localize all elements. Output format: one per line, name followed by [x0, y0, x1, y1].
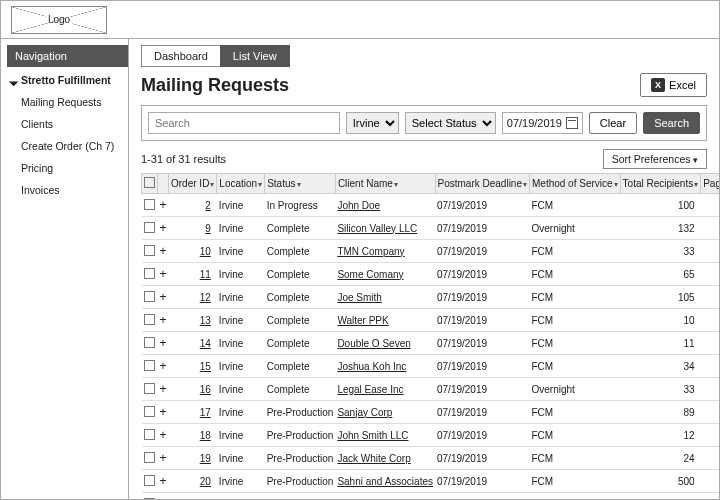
order-id-link[interactable]: 12 [169, 286, 217, 309]
client-link[interactable]: Legal Ease Inc [335, 378, 435, 401]
nav-root[interactable]: Stretto Fulfillment [7, 69, 128, 91]
location-select[interactable]: Irvine [346, 112, 399, 134]
order-id-link[interactable]: 2 [169, 194, 217, 217]
order-id-link[interactable]: 11 [169, 263, 217, 286]
expand-icon[interactable]: + [158, 355, 169, 378]
row-checkbox[interactable] [142, 424, 158, 447]
expand-icon[interactable]: + [158, 470, 169, 493]
row-checkbox[interactable] [142, 470, 158, 493]
excel-export-button[interactable]: X Excel [640, 73, 707, 97]
cell-location: Irvine [217, 355, 265, 378]
client-link[interactable]: Joe Smith [335, 286, 435, 309]
cell-method: FCM [529, 493, 620, 500]
cell-pages: 2 [701, 263, 719, 286]
client-link[interactable]: Sahni and Associates [335, 470, 435, 493]
cell-recipients: 500 [620, 470, 701, 493]
col-header[interactable]: Location [217, 174, 265, 194]
order-id-link[interactable]: 21 [169, 493, 217, 500]
cell-method: Overnight [529, 378, 620, 401]
sidebar-item-1[interactable]: Clients [7, 113, 128, 135]
sidebar-item-4[interactable]: Invoices [7, 179, 128, 201]
cell-recipients: 10 [620, 309, 701, 332]
row-checkbox[interactable] [142, 286, 158, 309]
expand-icon[interactable]: + [158, 447, 169, 470]
order-id-link[interactable]: 9 [169, 217, 217, 240]
client-link[interactable]: Joshua Koh Inc [335, 355, 435, 378]
tab-listview[interactable]: List View [220, 45, 290, 67]
order-id-link[interactable]: 19 [169, 447, 217, 470]
row-checkbox[interactable] [142, 240, 158, 263]
client-link[interactable]: John Smith LLC [335, 424, 435, 447]
tab-dashboard[interactable]: Dashboard [141, 45, 221, 67]
calendar-icon [566, 117, 578, 129]
row-checkbox[interactable] [142, 493, 158, 500]
cell-location: Irvine [217, 240, 265, 263]
row-checkbox[interactable] [142, 309, 158, 332]
client-link[interactable]: John Doe [335, 194, 435, 217]
client-link[interactable]: TMN Company [335, 240, 435, 263]
col-header[interactable]: Postmark Deadline [435, 174, 529, 194]
cell-pages: 17 [701, 194, 719, 217]
row-checkbox[interactable] [142, 401, 158, 424]
expand-icon[interactable]: + [158, 493, 169, 500]
expand-icon[interactable]: + [158, 309, 169, 332]
cell-location: Irvine [217, 194, 265, 217]
col-header [158, 174, 169, 194]
expand-icon[interactable]: + [158, 378, 169, 401]
sidebar-item-3[interactable]: Pricing [7, 157, 128, 179]
search-button[interactable]: Search [643, 112, 700, 134]
row-checkbox[interactable] [142, 194, 158, 217]
status-select[interactable]: Select Status [405, 112, 496, 134]
sidebar-item-0[interactable]: Mailing Requests [7, 91, 128, 113]
select-all-checkbox[interactable] [144, 177, 155, 188]
row-checkbox[interactable] [142, 263, 158, 286]
expand-icon[interactable]: + [158, 194, 169, 217]
date-input[interactable]: 07/19/2019 [502, 112, 583, 134]
order-id-link[interactable]: 13 [169, 309, 217, 332]
order-id-link[interactable]: 18 [169, 424, 217, 447]
row-checkbox[interactable] [142, 355, 158, 378]
order-id-link[interactable]: 17 [169, 401, 217, 424]
row-checkbox[interactable] [142, 217, 158, 240]
expand-icon[interactable]: + [158, 424, 169, 447]
client-link[interactable]: Walter PPK [335, 309, 435, 332]
expand-icon[interactable]: + [158, 286, 169, 309]
client-link[interactable]: Some Comany [335, 263, 435, 286]
order-id-link[interactable]: 16 [169, 378, 217, 401]
order-id-link[interactable]: 15 [169, 355, 217, 378]
col-header[interactable]: Order ID [169, 174, 217, 194]
cell-method: Overnight [529, 217, 620, 240]
expand-icon[interactable]: + [158, 401, 169, 424]
cell-recipients: 33 [620, 378, 701, 401]
expand-icon[interactable]: + [158, 332, 169, 355]
clear-button[interactable]: Clear [589, 112, 637, 134]
client-link[interactable]: Sanjay Corp [335, 401, 435, 424]
cell-method: FCM [529, 447, 620, 470]
client-link[interactable]: Silicon Valley LLC [335, 217, 435, 240]
cell-method: FCM [529, 424, 620, 447]
order-id-link[interactable]: 14 [169, 332, 217, 355]
expand-icon[interactable]: + [158, 263, 169, 286]
client-link[interactable]: Double O Seven [335, 332, 435, 355]
cell-recipients: 12 [620, 424, 701, 447]
expand-icon[interactable]: + [158, 240, 169, 263]
row-checkbox[interactable] [142, 378, 158, 401]
col-header[interactable]: Pages per [701, 174, 719, 194]
row-checkbox[interactable] [142, 447, 158, 470]
row-checkbox[interactable] [142, 332, 158, 355]
col-header[interactable]: Status [265, 174, 336, 194]
order-id-link[interactable]: 20 [169, 470, 217, 493]
cell-deadline: 07/19/2019 [435, 263, 529, 286]
col-header[interactable]: Client Name [335, 174, 435, 194]
expand-icon[interactable]: + [158, 217, 169, 240]
col-header[interactable]: Total Recipients [620, 174, 701, 194]
sidebar-item-2[interactable]: Create Order (Ch 7) [7, 135, 128, 157]
client-link[interactable]: Jack White Corp [335, 447, 435, 470]
search-input[interactable] [148, 112, 340, 134]
sort-preferences-button[interactable]: Sort Preferences [603, 149, 707, 169]
cell-location: Irvine [217, 470, 265, 493]
col-header[interactable]: Method of Service [529, 174, 620, 194]
client-link[interactable]: SMB Limited [335, 493, 435, 500]
cell-status: Pre-Production [265, 470, 336, 493]
order-id-link[interactable]: 10 [169, 240, 217, 263]
